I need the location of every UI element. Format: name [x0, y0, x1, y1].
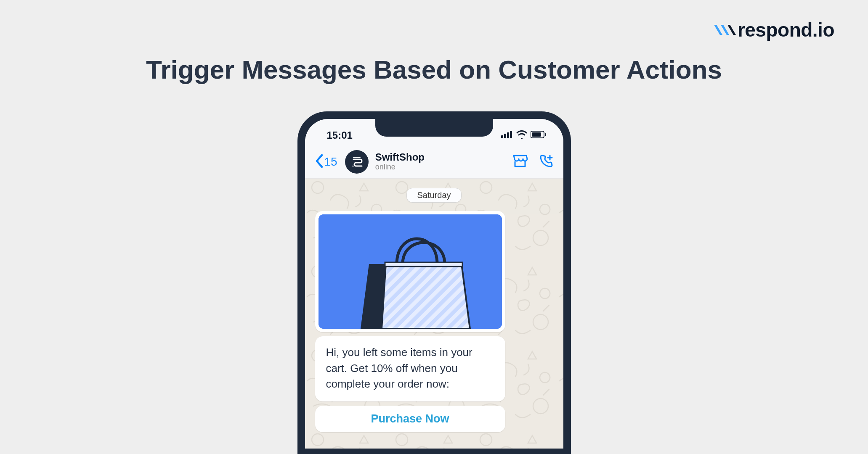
- svg-rect-13: [385, 262, 462, 267]
- phone-frame: 15:01: [297, 111, 571, 454]
- brand-logo-text: respond.io: [738, 18, 834, 41]
- contact-name: SwiftShop: [375, 152, 507, 163]
- battery-icon: [531, 131, 547, 140]
- chevron-left-icon: [314, 153, 324, 170]
- chat-body: Saturday: [305, 179, 563, 449]
- svg-rect-0: [501, 135, 503, 138]
- cellular-signal-icon: [501, 131, 513, 140]
- phone-screen: 15:01: [305, 119, 563, 449]
- svg-rect-5: [532, 132, 541, 137]
- add-call-icon[interactable]: [538, 154, 554, 170]
- avatar-logo-icon: [350, 155, 364, 169]
- wifi-icon: [516, 130, 527, 140]
- chat-header: 15 SwiftShop online: [305, 145, 563, 179]
- contact-avatar[interactable]: [345, 150, 369, 174]
- phone-notch: [375, 119, 493, 137]
- brand-logo: respond.io: [712, 18, 834, 41]
- message-text: Hi, you left some items in your cart. Ge…: [326, 346, 472, 390]
- shopping-bag-icon: [319, 214, 502, 329]
- contact-info[interactable]: SwiftShop online: [375, 152, 507, 171]
- back-unread-count: 15: [324, 155, 337, 169]
- date-separator: Saturday: [406, 188, 461, 203]
- page-title: Trigger Messages Based on Customer Actio…: [146, 55, 722, 84]
- message-cta-button[interactable]: Purchase Now: [315, 406, 505, 432]
- svg-rect-6: [545, 133, 546, 136]
- contact-status: online: [375, 163, 507, 172]
- svg-rect-2: [507, 132, 509, 138]
- message-image-card[interactable]: [315, 211, 505, 332]
- brand-logo-mark-icon: [712, 21, 736, 39]
- status-icons: [501, 130, 547, 140]
- message-cta-label: Purchase Now: [371, 412, 449, 425]
- message-image: [319, 214, 502, 329]
- svg-rect-1: [504, 134, 506, 138]
- message-text-bubble[interactable]: Hi, you left some items in your cart. Ge…: [315, 336, 505, 401]
- shop-icon[interactable]: [512, 154, 528, 170]
- status-time: 15:01: [327, 129, 353, 141]
- back-button[interactable]: 15: [314, 153, 337, 170]
- svg-rect-3: [510, 131, 512, 138]
